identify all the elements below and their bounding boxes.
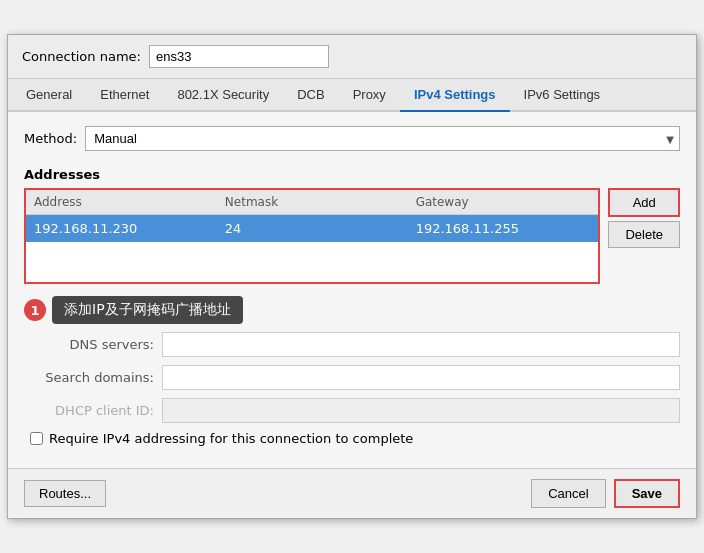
conn-name-row: Connection name: [8, 35, 696, 79]
cancel-button[interactable]: Cancel [531, 479, 605, 508]
method-row: Method: Manual Automatic (DHCP) Link-Loc… [24, 126, 680, 151]
search-input[interactable] [162, 365, 680, 390]
dhcp-row: DHCP client ID: [24, 398, 680, 423]
network-connections-dialog: Connection name: General Ethernet 802.1X… [7, 34, 697, 519]
save-button[interactable]: Save [614, 479, 680, 508]
checkbox-row: Require IPv4 addressing for this connect… [24, 431, 680, 446]
addr-buttons: Add Delete [608, 188, 680, 284]
tab-8021x[interactable]: 802.1X Security [163, 79, 283, 110]
tab-content: Method: Manual Automatic (DHCP) Link-Loc… [8, 112, 696, 468]
col-netmask: Netmask [217, 193, 408, 211]
dns-input[interactable] [162, 332, 680, 357]
add-button[interactable]: Add [608, 188, 680, 217]
tooltip-text: 添加IP及子网掩码广播地址 [52, 296, 243, 324]
tooltip-badge: 1 [24, 299, 46, 321]
tab-ethernet[interactable]: Ethernet [86, 79, 163, 110]
addr-netmask: 24 [217, 219, 408, 238]
col-address: Address [26, 193, 217, 211]
method-select-wrapper: Manual Automatic (DHCP) Link-Local Only … [85, 126, 680, 151]
dns-row: DNS servers: [24, 332, 680, 357]
search-label: Search domains: [24, 370, 154, 385]
dns-label: DNS servers: [24, 337, 154, 352]
ipv4-required-checkbox[interactable] [30, 432, 43, 445]
method-select[interactable]: Manual Automatic (DHCP) Link-Local Only … [85, 126, 680, 151]
addr-data-row[interactable]: 192.168.11.230 24 192.168.11.255 [26, 215, 598, 242]
addresses-table: Address Netmask Gateway 192.168.11.230 2… [24, 188, 600, 284]
method-label: Method: [24, 131, 77, 146]
tab-proxy[interactable]: Proxy [339, 79, 400, 110]
tab-ipv6[interactable]: IPv6 Settings [510, 79, 615, 110]
checkbox-label: Require IPv4 addressing for this connect… [49, 431, 413, 446]
dhcp-input [162, 398, 680, 423]
addr-gateway: 192.168.11.255 [408, 219, 599, 238]
addr-empty-area [26, 242, 598, 282]
dhcp-label: DHCP client ID: [24, 403, 154, 418]
addresses-title: Addresses [24, 167, 680, 182]
addr-header: Address Netmask Gateway [26, 190, 598, 215]
bottom-buttons: Routes... Cancel Save [8, 468, 696, 518]
conn-name-label: Connection name: [22, 49, 141, 64]
tab-general[interactable]: General [12, 79, 86, 110]
tab-ipv4[interactable]: IPv4 Settings [400, 79, 510, 112]
bottom-right-buttons: Cancel Save [531, 479, 680, 508]
delete-button[interactable]: Delete [608, 221, 680, 248]
conn-name-input[interactable] [149, 45, 329, 68]
col-gateway: Gateway [408, 193, 599, 211]
tabs-bar: General Ethernet 802.1X Security DCB Pro… [8, 79, 696, 112]
addr-address: 192.168.11.230 [26, 219, 217, 238]
search-row: Search domains: [24, 365, 680, 390]
tab-dcb[interactable]: DCB [283, 79, 338, 110]
addresses-area: Address Netmask Gateway 192.168.11.230 2… [24, 188, 680, 284]
routes-button[interactable]: Routes... [24, 480, 106, 507]
tooltip-area: 1 添加IP及子网掩码广播地址 [24, 296, 680, 324]
